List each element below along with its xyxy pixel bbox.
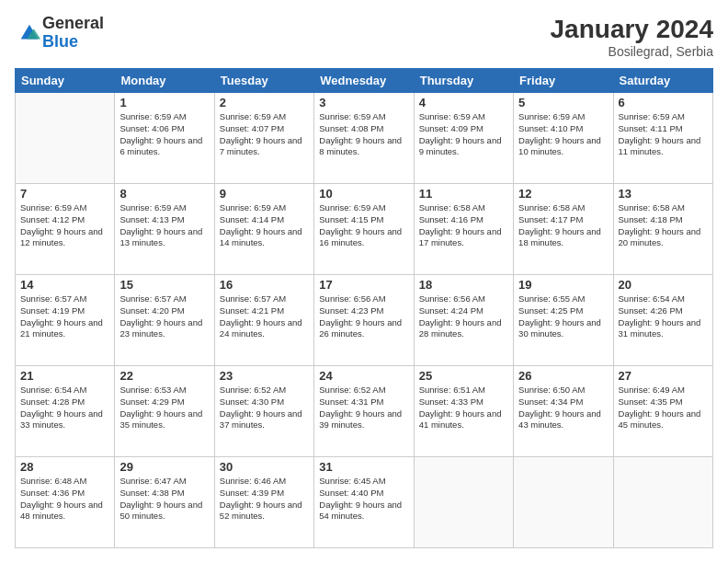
table-row: 24Sunrise: 6:52 AMSunset: 4:31 PMDayligh…: [314, 366, 414, 457]
table-row: 22Sunrise: 6:53 AMSunset: 4:29 PMDayligh…: [115, 366, 214, 457]
table-row: 27Sunrise: 6:49 AMSunset: 4:35 PMDayligh…: [613, 366, 712, 457]
day-number: 22: [119, 369, 209, 383]
day-number: 11: [419, 187, 508, 201]
location: Bosilegrad, Serbia: [551, 44, 713, 59]
calendar-table: Sunday Monday Tuesday Wednesday Thursday…: [15, 68, 713, 548]
day-number: 6: [619, 96, 708, 109]
table-row: 4Sunrise: 6:59 AMSunset: 4:09 PMDaylight…: [414, 93, 513, 184]
day-number: 31: [319, 460, 408, 474]
table-row: 18Sunrise: 6:56 AMSunset: 4:24 PMDayligh…: [414, 275, 513, 366]
day-number: 15: [119, 278, 209, 292]
day-info: Sunrise: 6:54 AMSunset: 4:26 PMDaylight:…: [619, 293, 708, 340]
title-block: January 2024 Bosilegrad, Serbia: [551, 15, 713, 59]
table-row: [414, 457, 513, 548]
table-row: 11Sunrise: 6:58 AMSunset: 4:16 PMDayligh…: [414, 184, 513, 275]
day-info: Sunrise: 6:58 AMSunset: 4:18 PMDaylight:…: [619, 202, 708, 249]
table-row: 26Sunrise: 6:50 AMSunset: 4:34 PMDayligh…: [514, 366, 613, 457]
table-row: [514, 457, 613, 548]
table-row: 14Sunrise: 6:57 AMSunset: 4:19 PMDayligh…: [16, 275, 115, 366]
day-number: 24: [319, 369, 408, 383]
day-info: Sunrise: 6:54 AMSunset: 4:28 PMDaylight:…: [20, 385, 109, 431]
table-row: 12Sunrise: 6:58 AMSunset: 4:17 PMDayligh…: [514, 184, 613, 275]
day-number: 17: [319, 278, 408, 292]
table-row: 31Sunrise: 6:45 AMSunset: 4:40 PMDayligh…: [314, 457, 414, 548]
day-info: Sunrise: 6:58 AMSunset: 4:17 PMDaylight:…: [518, 202, 608, 249]
day-number: 2: [220, 96, 309, 109]
day-info: Sunrise: 6:51 AMSunset: 4:33 PMDaylight:…: [419, 385, 508, 431]
table-row: 15Sunrise: 6:57 AMSunset: 4:20 PMDayligh…: [115, 275, 214, 366]
col-thursday: Thursday: [414, 69, 513, 93]
day-number: 27: [619, 369, 708, 383]
day-info: Sunrise: 6:59 AMSunset: 4:14 PMDaylight:…: [220, 202, 309, 249]
col-monday: Monday: [115, 69, 214, 93]
day-info: Sunrise: 6:57 AMSunset: 4:21 PMDaylight:…: [220, 293, 309, 340]
calendar-week-row: 28Sunrise: 6:48 AMSunset: 4:36 PMDayligh…: [16, 457, 713, 548]
table-row: 5Sunrise: 6:59 AMSunset: 4:10 PMDaylight…: [514, 93, 613, 184]
table-row: [16, 93, 115, 184]
day-info: Sunrise: 6:48 AMSunset: 4:36 PMDaylight:…: [20, 476, 109, 523]
day-number: 18: [419, 278, 508, 292]
day-info: Sunrise: 6:56 AMSunset: 4:23 PMDaylight:…: [319, 293, 408, 340]
col-saturday: Saturday: [613, 69, 712, 93]
calendar-header-row: Sunday Monday Tuesday Wednesday Thursday…: [16, 69, 713, 93]
day-info: Sunrise: 6:58 AMSunset: 4:16 PMDaylight:…: [419, 202, 508, 249]
table-row: 3Sunrise: 6:59 AMSunset: 4:08 PMDaylight…: [314, 93, 414, 184]
day-info: Sunrise: 6:52 AMSunset: 4:31 PMDaylight:…: [319, 385, 408, 431]
table-row: 8Sunrise: 6:59 AMSunset: 4:13 PMDaylight…: [115, 184, 214, 275]
logo: General Blue: [15, 15, 104, 52]
day-number: 20: [619, 278, 708, 292]
logo-icon: [17, 20, 42, 46]
table-row: 17Sunrise: 6:56 AMSunset: 4:23 PMDayligh…: [314, 275, 414, 366]
day-info: Sunrise: 6:59 AMSunset: 4:12 PMDaylight:…: [20, 202, 109, 249]
table-row: 21Sunrise: 6:54 AMSunset: 4:28 PMDayligh…: [16, 366, 115, 457]
calendar-week-row: 7Sunrise: 6:59 AMSunset: 4:12 PMDaylight…: [16, 184, 713, 275]
day-number: 1: [119, 96, 209, 109]
day-number: 28: [20, 460, 109, 474]
table-row: 20Sunrise: 6:54 AMSunset: 4:26 PMDayligh…: [613, 275, 712, 366]
day-number: 30: [220, 460, 309, 474]
day-number: 26: [518, 369, 608, 383]
day-info: Sunrise: 6:59 AMSunset: 4:06 PMDaylight:…: [119, 111, 209, 158]
day-number: 19: [518, 278, 608, 292]
day-info: Sunrise: 6:59 AMSunset: 4:07 PMDaylight:…: [220, 111, 309, 158]
day-info: Sunrise: 6:47 AMSunset: 4:38 PMDaylight:…: [119, 476, 209, 523]
table-row: 1Sunrise: 6:59 AMSunset: 4:06 PMDaylight…: [115, 93, 214, 184]
table-row: 6Sunrise: 6:59 AMSunset: 4:11 PMDaylight…: [613, 93, 712, 184]
day-info: Sunrise: 6:45 AMSunset: 4:40 PMDaylight:…: [319, 476, 408, 523]
day-info: Sunrise: 6:59 AMSunset: 4:13 PMDaylight:…: [119, 202, 209, 249]
day-number: 10: [319, 187, 408, 201]
table-row: 25Sunrise: 6:51 AMSunset: 4:33 PMDayligh…: [414, 366, 513, 457]
table-row: 13Sunrise: 6:58 AMSunset: 4:18 PMDayligh…: [613, 184, 712, 275]
logo-blue-text: Blue: [42, 33, 104, 52]
day-info: Sunrise: 6:59 AMSunset: 4:10 PMDaylight:…: [518, 111, 608, 158]
calendar-week-row: 21Sunrise: 6:54 AMSunset: 4:28 PMDayligh…: [16, 366, 713, 457]
col-wednesday: Wednesday: [314, 69, 414, 93]
col-tuesday: Tuesday: [214, 69, 313, 93]
table-row: 10Sunrise: 6:59 AMSunset: 4:15 PMDayligh…: [314, 184, 414, 275]
day-number: 9: [220, 187, 309, 201]
day-info: Sunrise: 6:59 AMSunset: 4:09 PMDaylight:…: [419, 111, 508, 158]
day-number: 21: [20, 369, 109, 383]
table-row: 30Sunrise: 6:46 AMSunset: 4:39 PMDayligh…: [214, 457, 313, 548]
day-number: 23: [220, 369, 309, 383]
col-sunday: Sunday: [16, 69, 115, 93]
table-row: 28Sunrise: 6:48 AMSunset: 4:36 PMDayligh…: [16, 457, 115, 548]
table-row: 23Sunrise: 6:52 AMSunset: 4:30 PMDayligh…: [214, 366, 313, 457]
day-info: Sunrise: 6:59 AMSunset: 4:08 PMDaylight:…: [319, 111, 408, 158]
logo-text: General Blue: [42, 15, 104, 52]
day-number: 16: [220, 278, 309, 292]
day-info: Sunrise: 6:57 AMSunset: 4:19 PMDaylight:…: [20, 293, 109, 340]
day-info: Sunrise: 6:55 AMSunset: 4:25 PMDaylight:…: [518, 293, 608, 340]
day-number: 12: [518, 187, 608, 201]
day-number: 8: [119, 187, 209, 201]
table-row: [613, 457, 712, 548]
day-number: 13: [619, 187, 708, 201]
table-row: 9Sunrise: 6:59 AMSunset: 4:14 PMDaylight…: [214, 184, 313, 275]
col-friday: Friday: [514, 69, 613, 93]
table-row: 7Sunrise: 6:59 AMSunset: 4:12 PMDaylight…: [16, 184, 115, 275]
table-row: 2Sunrise: 6:59 AMSunset: 4:07 PMDaylight…: [214, 93, 313, 184]
day-info: Sunrise: 6:52 AMSunset: 4:30 PMDaylight:…: [220, 385, 309, 431]
header: General Blue January 2024 Bosilegrad, Se…: [15, 15, 713, 59]
day-number: 14: [20, 278, 109, 292]
day-info: Sunrise: 6:46 AMSunset: 4:39 PMDaylight:…: [220, 476, 309, 523]
